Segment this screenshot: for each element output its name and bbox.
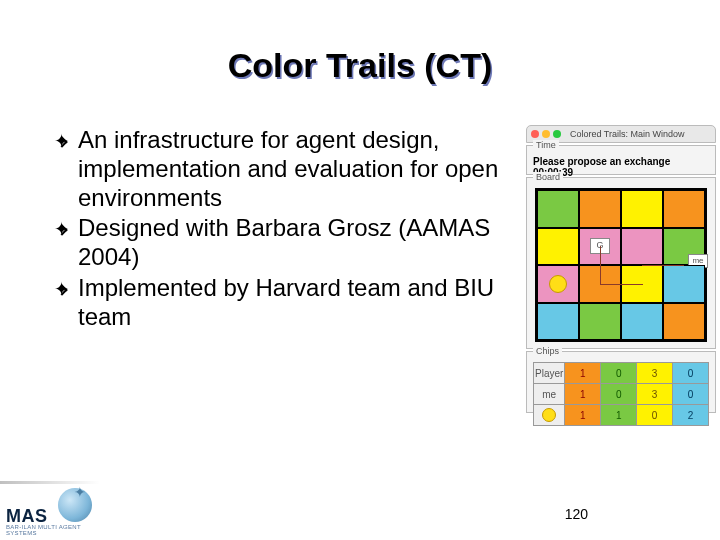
chips-row-player [534,405,565,426]
time-panel-label: Time [533,140,559,150]
sun-icon [549,275,567,293]
chip-count: 1 [565,405,601,426]
slide: Color Trails (CT) Color Trails (CT) ✦An … [0,0,720,540]
time-panel: Time Please propose an exchange 00:00:39 [526,145,716,175]
star-icon: ✦ [74,484,86,500]
board-cell [579,303,621,341]
slide-title: Color Trails (CT) Color Trails (CT) [0,46,720,85]
bullet-text: Implemented by Harvard team and BIU team [78,274,494,330]
path-line [642,265,684,266]
board-cell [537,190,579,228]
content-area: ✦An infrastructure for agent design, imp… [58,126,500,334]
board-cell [663,303,705,341]
zoom-icon[interactable] [553,130,561,138]
board-cell [663,265,705,303]
chip-count: 0 [637,405,673,426]
minimize-icon[interactable] [542,130,550,138]
app-window: Colored Trails: Main Window Time Please … [526,125,716,465]
chip-count: 0 [601,384,637,405]
chips-row-player: me [534,384,565,405]
bullet-item: ✦An infrastructure for agent design, imp… [58,126,500,212]
bullet-list: ✦An infrastructure for agent design, imp… [58,126,500,332]
chip-count: 3 [637,363,673,384]
chip-count: 0 [673,363,709,384]
bullet-marker: ✦ [54,131,69,153]
bullet-marker: ✦ [54,219,69,241]
bullet-text: Designed with Barbara Grosz (AAMAS 2004) [78,214,490,270]
board-cell [537,228,579,266]
board-cell [537,265,579,303]
bullet-text: An infrastructure for agent design, impl… [78,126,498,211]
table-row: me 1 0 3 0 [534,384,709,405]
bullet-item: ✦Implemented by Harvard team and BIU tea… [58,274,500,332]
table-row: Player 1 0 3 0 [534,363,709,384]
board-panel: Board G me [526,177,716,349]
logo: ✦ MAS BAR-ILAN MULTI AGENT SYSTEMS [4,484,104,534]
board-cell: me [663,228,705,266]
board-panel-label: Board [533,172,563,182]
chip-count: 1 [565,363,601,384]
chip-count: 0 [673,384,709,405]
logo-subtitle: BAR-ILAN MULTI AGENT SYSTEMS [6,524,104,536]
page-number: 120 [565,506,588,522]
close-icon[interactable] [531,130,539,138]
bullet-marker: ✦ [54,279,69,301]
bullet-item: ✦Designed with Barbara Grosz (AAMAS 2004… [58,214,500,272]
game-board: G me [535,188,707,342]
table-row: 1 1 0 2 [534,405,709,426]
chips-header-player: Player [534,363,565,384]
board-cell [579,190,621,228]
board-cell [537,303,579,341]
path-line [600,246,643,285]
chip-count: 3 [637,384,673,405]
chip-count: 1 [601,405,637,426]
board-cell [663,190,705,228]
chips-panel: Chips Player 1 0 3 0 me 1 0 3 0 [526,351,716,413]
sun-icon [542,408,556,422]
chips-table: Player 1 0 3 0 me 1 0 3 0 1 1 0 [533,362,709,426]
window-title: Colored Trails: Main Window [570,129,685,139]
board-cell [621,303,663,341]
board-cell [621,190,663,228]
chip-count: 1 [565,384,601,405]
title-text: Color Trails (CT) [228,46,492,84]
chip-count: 0 [601,363,637,384]
chips-panel-label: Chips [533,346,562,356]
chip-count: 2 [673,405,709,426]
